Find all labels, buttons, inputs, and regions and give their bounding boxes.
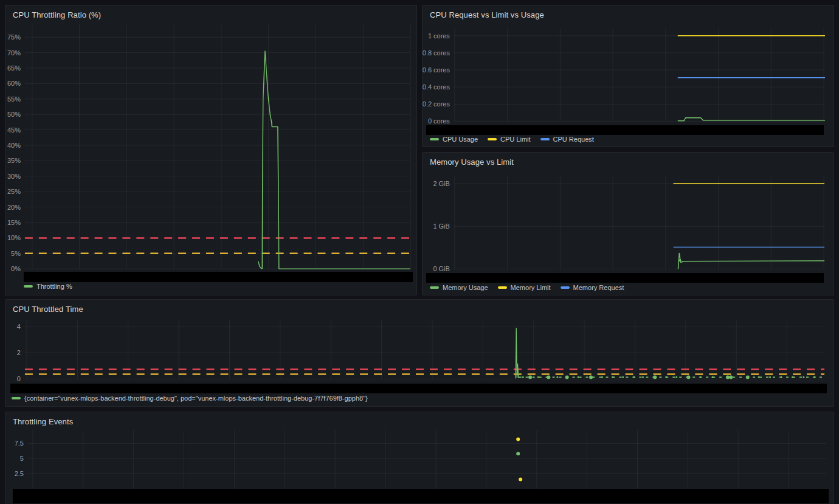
panel-memory-usage-limit: Memory Usage vs Limit 0 GiB1 GiB2 GiB Me… xyxy=(422,152,834,295)
legend-item[interactable]: Memory Request xyxy=(561,284,624,291)
panel-throttling-events: Throttling Events 2.557.5 xyxy=(5,412,834,504)
legend-swatch xyxy=(430,138,439,140)
svg-text:30%: 30% xyxy=(7,173,21,180)
svg-text:1 cores: 1 cores xyxy=(428,32,450,40)
svg-text:65%: 65% xyxy=(7,64,21,72)
svg-text:15%: 15% xyxy=(7,219,21,226)
legend-label: {container="vunex-mlops-backend-throttli… xyxy=(24,395,368,402)
svg-text:0 cores: 0 cores xyxy=(428,117,450,125)
legend-swatch xyxy=(488,138,497,140)
svg-text:0.4 cores: 0.4 cores xyxy=(423,83,450,91)
svg-text:55%: 55% xyxy=(7,95,21,103)
legend-swatch xyxy=(561,286,570,289)
svg-text:70%: 70% xyxy=(7,49,21,57)
panel-cpu-request-limit-usage: CPU Request vs Limit vs Usage 0 cores0.2… xyxy=(422,5,834,147)
legend-swatch xyxy=(12,397,21,399)
redacted-x-axis-labels xyxy=(13,489,829,503)
cpu-throttling-ratio-chart[interactable]: 0%5%10%15%20%25%30%35%40%45%50%55%60%65%… xyxy=(5,5,416,295)
svg-text:5: 5 xyxy=(20,455,24,462)
panel-title[interactable]: Memory Usage vs Limit xyxy=(430,157,514,167)
svg-text:25%: 25% xyxy=(7,188,21,195)
svg-text:0.2 cores: 0.2 cores xyxy=(423,100,450,108)
legend-item[interactable]: CPU Usage xyxy=(430,136,478,143)
legend-label: Memory Request xyxy=(573,284,624,291)
panel-title[interactable]: CPU Throttling Ratio (%) xyxy=(13,10,101,19)
svg-text:75%: 75% xyxy=(7,33,21,41)
legend-label: CPU Request xyxy=(553,136,594,143)
svg-text:7.5: 7.5 xyxy=(15,440,24,447)
svg-text:1 GiB: 1 GiB xyxy=(433,223,449,230)
redacted-x-axis-labels xyxy=(10,384,827,393)
legend-item[interactable]: {container="vunex-mlops-backend-throttli… xyxy=(12,395,368,402)
panel-title[interactable]: CPU Request vs Limit vs Usage xyxy=(430,10,544,19)
panel-title[interactable]: CPU Throttled Time xyxy=(13,305,83,314)
legend-item[interactable]: CPU Request xyxy=(540,136,594,143)
svg-text:60%: 60% xyxy=(7,80,21,87)
chart-legend: Throttling % xyxy=(24,283,72,290)
legend-label: CPU Usage xyxy=(443,136,478,143)
legend-item[interactable]: Memory Usage xyxy=(430,284,488,291)
chart-legend: {container="vunex-mlops-backend-throttli… xyxy=(12,395,368,402)
svg-text:0 GiB: 0 GiB xyxy=(433,265,449,272)
svg-text:2.5: 2.5 xyxy=(15,470,24,477)
grafana-dashboard: CPU Throttling Ratio (%) 0%5%10%15%20%25… xyxy=(0,0,839,504)
legend-swatch xyxy=(540,138,550,140)
chart-legend: CPU UsageCPU LimitCPU Request xyxy=(430,136,594,143)
legend-label: Throttling % xyxy=(36,283,72,290)
svg-text:20%: 20% xyxy=(7,204,21,211)
svg-text:2: 2 xyxy=(17,349,21,356)
svg-text:2 GiB: 2 GiB xyxy=(433,180,449,187)
redacted-x-axis-labels xyxy=(426,125,824,135)
svg-text:0: 0 xyxy=(17,376,21,383)
legend-label: CPU Limit xyxy=(500,136,531,143)
svg-text:0.6 cores: 0.6 cores xyxy=(423,66,450,74)
svg-text:50%: 50% xyxy=(7,111,21,118)
svg-text:5%: 5% xyxy=(11,250,21,257)
svg-text:35%: 35% xyxy=(7,157,21,164)
panel-cpu-throttled-time: CPU Throttled Time 024 {container="vunex… xyxy=(5,299,834,407)
legend-label: Memory Limit xyxy=(511,284,551,291)
legend-item[interactable]: Throttling % xyxy=(24,283,72,290)
svg-text:0%: 0% xyxy=(11,265,21,272)
legend-item[interactable]: CPU Limit xyxy=(488,136,531,143)
svg-text:4: 4 xyxy=(17,323,21,330)
redacted-x-axis-labels xyxy=(24,272,413,282)
legend-swatch xyxy=(430,286,439,289)
legend-item[interactable]: Memory Limit xyxy=(498,284,551,291)
legend-label: Memory Usage xyxy=(443,284,488,291)
legend-swatch xyxy=(498,286,507,289)
legend-swatch xyxy=(24,285,33,288)
svg-text:45%: 45% xyxy=(7,126,21,134)
svg-text:10%: 10% xyxy=(7,234,21,241)
svg-text:0.8 cores: 0.8 cores xyxy=(423,49,450,57)
svg-text:40%: 40% xyxy=(7,142,21,149)
panel-cpu-throttling-ratio: CPU Throttling Ratio (%) 0%5%10%15%20%25… xyxy=(5,5,417,295)
redacted-x-axis-labels xyxy=(426,273,824,283)
chart-legend: Memory UsageMemory LimitMemory Request xyxy=(430,284,624,291)
panel-title[interactable]: Throttling Events xyxy=(13,417,73,426)
